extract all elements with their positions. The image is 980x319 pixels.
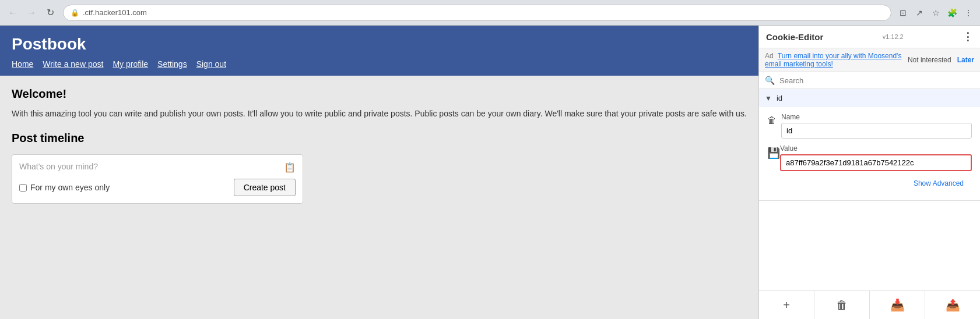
cookie-editor-version: v1.12.2 (883, 33, 904, 40)
nav-settings[interactable]: Settings (157, 59, 187, 69)
forward-button[interactable]: → (23, 5, 40, 21)
value-field-row: 💾 Value (767, 144, 972, 171)
cookie-editor-menu-button[interactable]: ⋮ (963, 30, 973, 43)
cookie-editor-title: Cookie-Editor (766, 32, 823, 42)
address-bar[interactable]: 🔒 .ctf.hacker101.com (63, 5, 891, 21)
toolbar-icons: ⊡ ↗ ☆ 🧩 ⋮ (896, 6, 975, 20)
post-attach-icon: 📋 (284, 162, 296, 173)
checkbox-label[interactable]: For my own eyes only (19, 183, 110, 192)
menu-icon[interactable]: ⋮ (961, 6, 975, 20)
value-field-group: Value (780, 144, 972, 171)
cookie-section: ▼ id 🗑 Name 💾 Value (759, 89, 980, 201)
name-field-row: 🗑 Name (767, 113, 972, 139)
search-icon: 🔍 (765, 76, 775, 85)
nav-buttons: ← → ↻ (5, 5, 58, 21)
post-footer: For my own eyes only Create post (19, 179, 296, 196)
cookie-editor-footer: + 🗑 📥 📤 (759, 290, 980, 319)
export-cookies-button[interactable]: 📤 (925, 291, 980, 319)
later-button[interactable]: Later (957, 56, 974, 64)
address-text: .ctf.hacker101.com (83, 8, 884, 17)
value-field-label: Value (780, 144, 972, 153)
ad-actions: Not interested Later (908, 56, 974, 64)
nav-write[interactable]: Write a new post (43, 59, 103, 69)
nav-profile[interactable]: My profile (113, 59, 148, 69)
name-field-group: Name (781, 113, 972, 139)
site-header: Postbook Home Write a new post My profil… (0, 26, 758, 76)
welcome-title: Welcome! (12, 87, 747, 101)
cookie-editor-panel: Cookie-Editor v1.12.2 ⋮ Ad Turn email in… (758, 26, 980, 319)
delete-all-cookies-button[interactable]: 🗑 (814, 291, 870, 319)
browser-chrome: ← → ↻ 🔒 .ctf.hacker101.com ⊡ ↗ ☆ 🧩 ⋮ (0, 0, 980, 26)
welcome-text: With this amazing tool you can write and… (12, 108, 747, 120)
share-icon[interactable]: ↗ (912, 6, 926, 20)
name-field-label: Name (781, 113, 972, 121)
save-cookie-button[interactable]: 💾 (767, 144, 780, 160)
eyes-only-checkbox[interactable] (19, 184, 27, 192)
extension-icon[interactable]: 🧩 (945, 6, 959, 20)
ad-text: Ad Turn email into your ally with Moosen… (765, 52, 908, 68)
ad-label: Ad (765, 52, 774, 60)
lock-icon: 🔒 (71, 9, 79, 17)
cookie-section-header[interactable]: ▼ id (759, 89, 980, 107)
add-cookie-button[interactable]: + (759, 291, 814, 319)
timeline-title: Post timeline (12, 132, 747, 145)
website: Postbook Home Write a new post My profil… (0, 26, 758, 319)
back-button[interactable]: ← (5, 5, 21, 21)
page-content: Postbook Home Write a new post My profil… (0, 26, 980, 319)
cookie-body: 🗑 Name 💾 Value Show Advanced (759, 107, 980, 200)
post-input-box: What's on your mind? 📋 For my own eyes o… (12, 154, 303, 204)
create-post-button[interactable]: Create post (234, 179, 296, 196)
value-field-input[interactable] (780, 154, 972, 171)
site-title: Postbook (12, 35, 747, 54)
name-field-input[interactable] (781, 123, 972, 139)
post-textarea-row: What's on your mind? 📋 (19, 162, 296, 173)
show-advanced-link[interactable]: Show Advanced (767, 177, 972, 192)
site-nav: Home Write a new post My profile Setting… (12, 59, 747, 69)
refresh-button[interactable]: ↻ (42, 5, 58, 21)
not-interested-button[interactable]: Not interested (908, 56, 951, 64)
bookmark-icon[interactable]: ☆ (929, 6, 943, 20)
cookie-editor-ad-bar: Ad Turn email into your ally with Moosen… (759, 48, 980, 72)
cookie-section-name: id (777, 94, 782, 102)
cookie-editor-header: Cookie-Editor v1.12.2 ⋮ (759, 26, 980, 48)
site-body: Welcome! With this amazing tool you can … (0, 76, 758, 319)
import-cookies-button[interactable]: 📥 (870, 291, 925, 319)
chevron-down-icon: ▼ (765, 94, 772, 102)
nav-signout[interactable]: Sign out (196, 59, 226, 69)
cookie-editor-search-bar: 🔍 (759, 72, 980, 89)
nav-home[interactable]: Home (12, 59, 33, 69)
post-placeholder: What's on your mind? (19, 162, 98, 171)
search-input[interactable] (779, 76, 974, 85)
delete-cookie-button[interactable]: 🗑 (767, 113, 781, 126)
cast-icon[interactable]: ⊡ (896, 6, 910, 20)
ad-link[interactable]: Turn email into your ally with Moosend's… (765, 52, 901, 68)
